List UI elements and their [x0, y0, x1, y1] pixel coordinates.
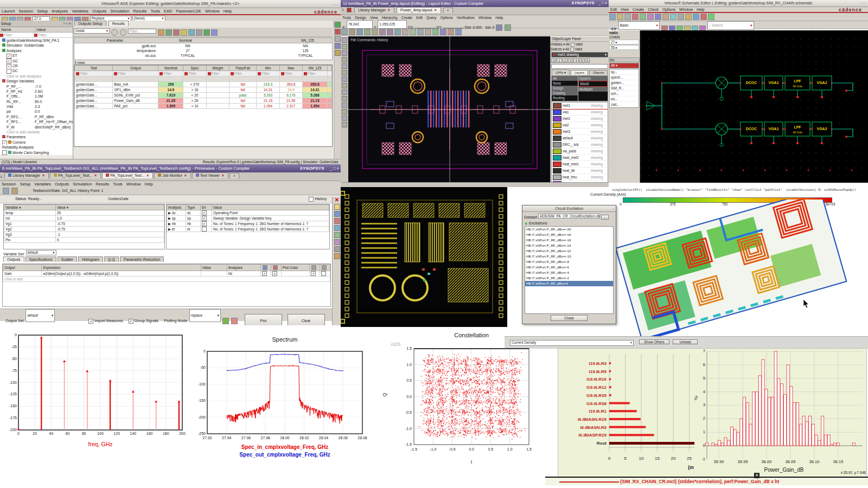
print-icon[interactable]: [3, 188, 9, 194]
primewave-menu-session[interactable]: Session: [2, 182, 16, 187]
hist-bar-18[interactable]: [762, 359, 764, 446]
tree-checkbox[interactable]: ✓: [7, 59, 11, 63]
excitation-titlebar[interactable]: Circuit Excitation ◦: [522, 206, 616, 212]
layout-tool-icon-15[interactable]: [455, 29, 462, 35]
layer-filter-input[interactable]: [551, 64, 608, 69]
next-icon[interactable]: [120, 29, 126, 36]
setup-tree-item[interactable]: Analyses: [0, 48, 73, 53]
output-tab-parametric-reduction[interactable]: Parametric Reduction: [120, 256, 164, 262]
tab-power-amp-layout[interactable]: Power_Amp.layout✕: [397, 7, 441, 13]
side-list-item[interactable]: SIM_R...: [610, 86, 639, 91]
tree-checkbox[interactable]: ✓: [7, 54, 11, 59]
sch-tool-icon-3[interactable]: [632, 14, 639, 20]
setup-tree-item[interactable]: ✓ CR: [0, 63, 73, 68]
ade-side-icon-2[interactable]: [335, 36, 341, 42]
tree-checkbox[interactable]: [2, 150, 7, 155]
setup-tree-item[interactable]: ✓ ET: [0, 53, 73, 58]
results-filter-cell[interactable]: Filter: [302, 71, 327, 76]
layer-row-heat_thru[interactable]: heat_thrudrawing: [552, 174, 608, 181]
layout-tool-icon-12[interactable]: [432, 29, 439, 35]
variable-row-Pin[interactable]: Pin0: [4, 237, 164, 243]
outputs-col-8[interactable]: [320, 265, 330, 271]
hist-bar-12[interactable]: [743, 397, 746, 446]
hist-bar-14[interactable]: [749, 424, 752, 446]
layout-tool-icon-8[interactable]: [402, 29, 409, 35]
results-row-Power_Gain_dB[interactable]: goldenGate...Power_Gain_dB21.35> 26fail2…: [75, 98, 332, 104]
pareto-bar-5[interactable]: [609, 402, 630, 404]
schematic-menu-options[interactable]: Options: [662, 8, 675, 11]
outputs-col-3[interactable]: Analyses: [227, 265, 261, 271]
ade-menu-session[interactable]: Session: [19, 9, 34, 14]
pareto-bar-3[interactable]: [609, 386, 611, 388]
primewave-side-icon-2[interactable]: [334, 218, 340, 224]
analysis-row-sp[interactable]: ▶ spsp✓Sweep Variable: Design Variable f…: [167, 216, 329, 221]
layout-menu-create[interactable]: Create: [401, 16, 412, 20]
setup-tree-item[interactable]: Simulator: GoldenGate: [0, 43, 73, 48]
layout-side-icon-7[interactable]: [342, 83, 347, 88]
hist-bar-36[interactable]: [818, 440, 821, 446]
layout-titlebar[interactable]: 12 mmWave_PA_lib Power_Amp.layout (Editi…: [341, 0, 609, 7]
forward-icon[interactable]: ▶: [614, 27, 617, 30]
hist-bar-33[interactable]: [809, 416, 812, 446]
primewave-menu-help[interactable]: Help: [145, 182, 153, 187]
schematic-menu-create[interactable]: Create: [633, 8, 644, 11]
results-filter-cell[interactable]: [327, 71, 331, 76]
excitation-item-7[interactable]: HB I7.xNPort P_RF_dBm=-6: [525, 265, 613, 270]
side-list-item[interactable]: spectr...: [610, 75, 639, 80]
setup-tree-item[interactable]: DC: [0, 68, 73, 73]
outputs-col-2[interactable]: Value: [201, 265, 227, 271]
results-tool-icon-0[interactable]: [158, 29, 164, 36]
home-icon[interactable]: ⌂: [0, 175, 3, 178]
ade-menu-help[interactable]: Help: [224, 9, 232, 14]
layer-row-via2[interactable]: via2drawing: [552, 122, 608, 129]
ade-menu-window[interactable]: Window: [205, 9, 220, 14]
results-filter-cell[interactable]: Filter: [206, 71, 229, 76]
detail-select[interactable]: Detail ▾: [74, 28, 110, 34]
analyses-col[interactable]: Type: [186, 205, 201, 210]
layout-side-icon-10[interactable]: [342, 102, 347, 108]
layout-tool-icon-10[interactable]: [417, 29, 424, 35]
output-tab-outputs[interactable]: Outputs: [3, 256, 24, 262]
layout-tool-icon-5[interactable]: [379, 29, 386, 35]
layout-side-icon-1[interactable]: [342, 44, 347, 49]
hist-bar-27[interactable]: [790, 387, 793, 446]
setup-tree-item[interactable]: ✓ GC: [0, 59, 73, 63]
current-layer-select[interactable]: met1 drawing ▾: [551, 52, 608, 57]
layout-tool-icon-6[interactable]: [387, 29, 393, 35]
output-set-select[interactable]: default ▾: [25, 309, 55, 322]
hist-bar-41[interactable]: [834, 443, 837, 446]
lpp-left-drawing[interactable]: Drawing: [552, 91, 578, 95]
ade-menu-results[interactable]: Results: [133, 9, 146, 14]
setup-tree-item[interactable]: F_Offs...1.0M: [0, 94, 73, 99]
layer-row-met3[interactable]: met3drawing: [552, 129, 608, 135]
lpp-tab-layers[interactable]: Layers: [571, 70, 588, 75]
schematic-block-lpf-0[interactable]: [785, 76, 810, 90]
pareto-bar-7[interactable]: [609, 418, 641, 420]
output-row-Gain[interactable]: Gainw2dbm(Output.p(1,0,0)) - w2dbm(Input…: [3, 271, 330, 277]
ade-side-icon-0[interactable]: [335, 22, 341, 28]
setup-tree-item[interactable]: P_RF_...-7.0: [0, 84, 73, 89]
setup-panel-header[interactable]: Setup? ▪ ✕: [0, 21, 73, 27]
results-filter-cell[interactable]: Filter: [279, 71, 302, 76]
sch-tool-icon-5[interactable]: [647, 14, 654, 20]
x-coord-field[interactable]: 78.042: [347, 20, 373, 29]
layout-menu-view[interactable]: View: [370, 16, 378, 20]
click-to-add-row[interactable]: Click to add: [3, 277, 330, 282]
schematic-menu-window[interactable]: Window: [679, 8, 693, 11]
chip-layout-canvas[interactable]: [341, 187, 507, 327]
setup-tree-item[interactable]: P_RF2...P_RF_dBm: [0, 114, 73, 119]
primewave-side-icon-7[interactable]: [334, 253, 340, 259]
output-tab-q-q[interactable]: Q-Q: [104, 256, 119, 262]
window-controls[interactable]: _ □ ×: [598, 0, 607, 6]
setup-tree-item[interactable]: F_RF2...F_RF_Hz+F_Offset_Hz: [0, 119, 73, 124]
hist-bar-8[interactable]: [731, 427, 733, 446]
layout-tool-icon-4[interactable]: [372, 29, 378, 35]
ade-menu-launch[interactable]: Launch: [2, 9, 15, 14]
results-tool-icon-2[interactable]: [173, 29, 180, 36]
primewave-menu-outputs[interactable]: Outputs: [55, 182, 69, 187]
layout-menu-help[interactable]: Help: [495, 16, 503, 20]
layout-tool-icon-2[interactable]: [356, 29, 363, 35]
hist-bar-39[interactable]: [827, 435, 830, 446]
constellation-plot[interactable]: ConstellationADS-1.5-1.5-1.0-1.0-0.5-0.5…: [374, 330, 537, 472]
excitation-item-4[interactable]: HB I7.xNPort P_RF_dBm=-12: [525, 248, 613, 254]
